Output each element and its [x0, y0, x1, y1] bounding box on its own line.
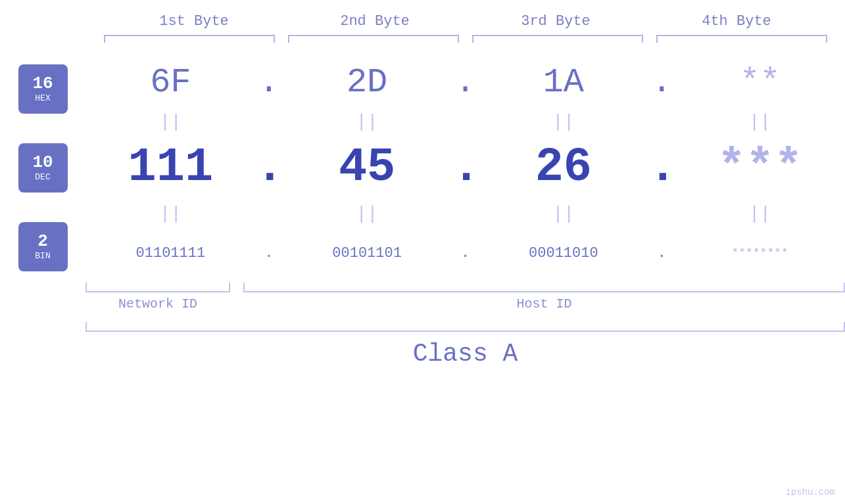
dec-dot-2: .: [452, 141, 479, 195]
byte-headers-row: 1st Byte 2nd Byte 3rd Byte 4th Byte: [104, 13, 827, 30]
dec-byte-1: 111: [85, 141, 256, 195]
top-bracket-row: [104, 35, 827, 43]
hex-dot-2: .: [452, 63, 479, 102]
dec-byte-4: ***: [675, 141, 845, 195]
bin-byte-4: ********: [675, 246, 845, 260]
network-id-bracket: [85, 283, 230, 292]
equals-row-1: || || || ||: [85, 108, 845, 135]
bin-dot-1: .: [256, 245, 282, 262]
bin-dot-2: .: [452, 245, 479, 262]
bin-byte-1: 01101111: [85, 245, 256, 262]
eq1-3: ||: [479, 112, 649, 132]
hex-byte-4: **: [675, 63, 845, 102]
hex-dot-3: .: [648, 63, 675, 102]
host-id-bracket: [243, 283, 845, 292]
bin-dot-3: .: [648, 245, 675, 262]
hex-byte-1: 6F: [85, 63, 256, 102]
bin-byte-2: 00101101: [282, 245, 452, 262]
badges-column: 16 HEX 10 DEC 2 BIN: [0, 56, 85, 279]
hex-byte-2: 2D: [282, 63, 452, 102]
byte-header-3: 3rd Byte: [466, 13, 646, 30]
hex-badge-label: HEX: [35, 93, 50, 103]
eq2-3: ||: [479, 204, 649, 224]
bottom-brackets: [85, 283, 845, 292]
hex-badge: 16 HEX: [18, 64, 68, 114]
dec-badge-number: 10: [32, 154, 53, 171]
eq2-4: ||: [675, 204, 845, 224]
hex-dot-1: .: [256, 63, 282, 102]
class-label: Class A: [413, 340, 518, 368]
dec-dot-3: .: [648, 141, 675, 195]
top-bracket-3: [472, 35, 643, 43]
data-area: 6F . 2D . 1A . **: [85, 56, 845, 279]
hex-byte-3: 1A: [479, 63, 649, 102]
top-bracket-2: [288, 35, 459, 43]
host-id-label: Host ID: [516, 296, 571, 311]
bin-badge-number: 2: [37, 233, 48, 250]
dec-dot-1: .: [256, 141, 282, 195]
main-container: 1st Byte 2nd Byte 3rd Byte 4th Byte 16 H…: [0, 0, 845, 504]
eq1-2: ||: [282, 112, 452, 132]
dec-badge: 10 DEC: [18, 143, 68, 193]
byte-header-1: 1st Byte: [104, 13, 285, 30]
watermark: ipshu.com: [785, 487, 835, 497]
bin-byte-3: 00011010: [479, 245, 649, 262]
dec-row: 111 . 45 . 26 . ***: [85, 135, 845, 200]
eq1-4: ||: [675, 112, 845, 132]
equals-row-2: || || || ||: [85, 200, 845, 227]
dec-badge-label: DEC: [35, 172, 50, 182]
bin-badge: 2 BIN: [18, 222, 68, 271]
top-bracket-1: [104, 35, 275, 43]
byte-header-4: 4th Byte: [646, 13, 827, 30]
top-bracket-4: [656, 35, 827, 43]
dec-byte-3: 26: [479, 141, 649, 195]
byte-header-2: 2nd Byte: [285, 13, 466, 30]
eq1-1: ||: [85, 112, 256, 132]
hex-badge-number: 16: [32, 75, 53, 92]
eq2-2: ||: [282, 204, 452, 224]
eq2-1: ||: [85, 204, 256, 224]
bin-badge-label: BIN: [35, 251, 50, 261]
dec-byte-2: 45: [282, 141, 452, 195]
network-id-label: Network ID: [118, 296, 197, 311]
bin-row: 01101111 . 00101101 . 00011010 .: [85, 227, 845, 279]
hex-row: 6F . 2D . 1A . **: [85, 56, 845, 108]
full-bracket: [85, 322, 845, 332]
